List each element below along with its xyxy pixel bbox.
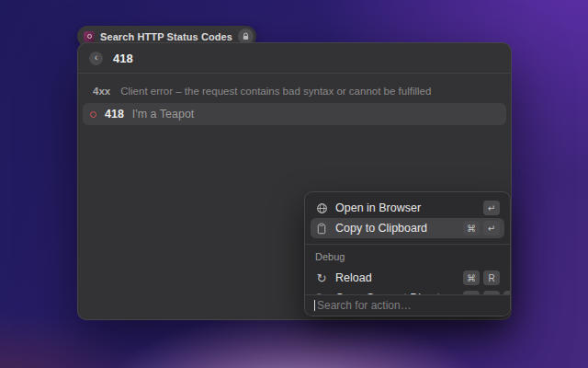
- action-open-in-browser[interactable]: Open in Browser ↵: [311, 198, 504, 218]
- status-ring-icon: [90, 111, 96, 118]
- key-return: ↵: [483, 201, 500, 215]
- status-class-description: Client error – the request contains bad …: [120, 86, 431, 97]
- result-title: I'm a Teapot: [132, 108, 194, 121]
- action-copy-to-clipboard[interactable]: Copy to Clipboard ⌘ ↵: [311, 218, 504, 238]
- debug-section-label: Debug: [305, 249, 510, 268]
- window-header: ‹ 418: [78, 43, 511, 74]
- action-reload[interactable]: ↻ Reload ⌘ R: [311, 268, 504, 288]
- action-label: Copy to Clipboard: [335, 222, 456, 235]
- result-row-418[interactable]: 418 I'm a Teapot: [83, 103, 506, 125]
- action-label: Open in Browser: [335, 201, 476, 214]
- action-label: Reload: [335, 271, 456, 284]
- text-cursor: [314, 300, 315, 311]
- key-cmd: ⌘: [463, 270, 480, 285]
- action-panel: Open in Browser ↵ Copy to Clipboard ⌘ ↵ …: [304, 191, 511, 316]
- result-code: 418: [105, 108, 124, 121]
- back-button[interactable]: ‹: [89, 52, 103, 65]
- panel-divider: [305, 244, 510, 245]
- key-return: ↵: [483, 221, 500, 236]
- reload-icon: ↻: [315, 271, 328, 285]
- status-class-label: 4xx: [93, 86, 110, 97]
- clipboard-icon: [315, 223, 328, 235]
- extension-icon: [84, 31, 95, 42]
- action-search-placeholder: Search for action…: [317, 299, 412, 312]
- extension-title: Search HTTP Status Codes: [100, 31, 232, 42]
- section-header: 4xx Client error – the request contains …: [78, 74, 511, 97]
- action-list: Open in Browser ↵ Copy to Clipboard ⌘ ↵ …: [305, 192, 510, 294]
- key-r: R: [483, 270, 500, 285]
- key-cmd: ⌘: [463, 221, 480, 236]
- action-search-field[interactable]: Search for action…: [305, 294, 510, 316]
- search-query[interactable]: 418: [113, 52, 133, 65]
- globe-icon: [315, 202, 328, 214]
- action-open-support-directory[interactable]: Open Support Directory ⌘ ⇧ S: [311, 288, 504, 294]
